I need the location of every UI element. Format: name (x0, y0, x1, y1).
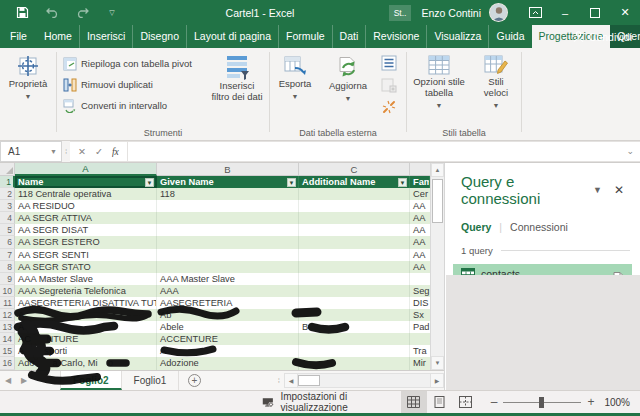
cell[interactable] (157, 249, 299, 261)
cell[interactable]: Tra (410, 345, 430, 357)
minimize-button[interactable]: – (550, 0, 580, 25)
scroll-up-icon[interactable]: ▲ (431, 163, 444, 177)
row-number[interactable]: 5 (0, 224, 15, 236)
insert-function-button[interactable]: fx (112, 147, 119, 157)
cell[interactable]: AA (410, 224, 430, 236)
cell[interactable]: AC NTURE (15, 333, 157, 345)
cell[interactable]: Mir (410, 357, 430, 369)
tab-file[interactable]: File (0, 25, 37, 48)
cell[interactable] (299, 224, 410, 236)
name-box[interactable]: A1 ▼ (0, 141, 62, 162)
user-avatar[interactable] (489, 3, 508, 22)
cell[interactable]: ACCENTURE (157, 333, 299, 345)
cell[interactable]: AA (410, 236, 430, 248)
filter-dropdown-icon[interactable]: ▼ (145, 178, 154, 187)
cancel-entry-icon[interactable]: ✕ (78, 146, 86, 157)
zoom-level[interactable]: 100% (604, 397, 630, 408)
tab-disegno[interactable]: Disegno (132, 25, 186, 48)
cell[interactable] (299, 345, 410, 357)
page-layout-view-button[interactable] (427, 391, 453, 413)
cell[interactable]: A (157, 345, 299, 357)
cell[interactable] (157, 261, 299, 273)
cell[interactable]: AAA Master Slave (157, 273, 299, 285)
unlink-icon[interactable] (381, 99, 397, 115)
share-button[interactable]: Condividi (573, 25, 632, 48)
confirm-entry-icon[interactable]: ✓ (95, 146, 103, 157)
properties-button[interactable]: Proprietà ▼ (0, 48, 56, 102)
panel-close-icon[interactable]: ✕ (608, 183, 630, 197)
cell[interactable]: AA (410, 249, 430, 261)
cell[interactable]: AA SEGR SENTI (15, 249, 157, 261)
cell[interactable] (157, 236, 299, 248)
cell[interactable] (299, 188, 410, 200)
cell[interactable]: A (15, 309, 157, 321)
tab-visualizza[interactable]: Visualizza (426, 25, 488, 48)
zoom-slider[interactable] (503, 402, 581, 403)
cell[interactable]: Ado a Carlo, Mi o (15, 357, 157, 369)
formula-bar-splitter[interactable]: ⁞ (62, 141, 70, 162)
cell[interactable]: AAA (157, 285, 299, 297)
row-number[interactable]: 1 (0, 176, 15, 188)
connection-properties-icon[interactable] (381, 55, 397, 71)
cell[interactable]: AA (410, 212, 430, 224)
scroll-right-icon[interactable]: ▶ (430, 374, 443, 387)
ribbon-display-options-icon[interactable] (520, 0, 550, 25)
cell[interactable]: AA SEGR ESTERO (15, 236, 157, 248)
page-break-preview-button[interactable] (453, 391, 479, 413)
sheet-tab-foglio1[interactable]: Foglio1 (122, 371, 180, 390)
zoom-in-button[interactable]: + (587, 395, 594, 409)
cell[interactable]: AA SEGR DISAT (15, 224, 157, 236)
row-number[interactable]: 14 (0, 333, 15, 345)
cell[interactable] (157, 200, 299, 212)
cell[interactable] (410, 333, 430, 345)
table-header-additional-name[interactable]: Additional Name▼ (299, 176, 410, 188)
filter-dropdown-icon[interactable]: ▼ (287, 178, 296, 187)
undo-icon[interactable] (44, 5, 60, 21)
row-number[interactable]: 12 (0, 309, 15, 321)
vertical-scrollbar-thumb[interactable] (432, 179, 443, 223)
zoom-slider-thumb[interactable] (539, 397, 544, 408)
row-number[interactable]: 11 (0, 297, 15, 309)
tab-dati[interactable]: Dati (332, 25, 366, 48)
row-number[interactable]: 6 (0, 236, 15, 248)
sheet-nav-right-icon[interactable]: ▶ (16, 371, 32, 390)
cell[interactable]: Abele (157, 321, 299, 333)
column-header-a[interactable]: A (15, 163, 157, 176)
table-header-name[interactable]: Name▼ (15, 176, 157, 188)
cell[interactable]: Sx (410, 309, 430, 321)
tab-revisione[interactable]: Revisione (365, 25, 426, 48)
open-file-properties-icon[interactable] (381, 77, 397, 93)
store-badge[interactable]: St.. (389, 5, 412, 21)
row-number[interactable]: 10 (0, 285, 15, 297)
formula-input[interactable]: ⌄ (128, 141, 640, 162)
cell[interactable]: AA (410, 200, 430, 212)
table-style-options-button[interactable]: Opzioni stile tabella ▼ (407, 48, 471, 111)
panel-tab-query[interactable]: Query (461, 221, 491, 233)
cell[interactable]: AA SEGR STATO (15, 261, 157, 273)
horizontal-scrollbar-thumb[interactable] (298, 375, 320, 386)
close-button[interactable]: ✕ (610, 0, 640, 25)
row-number[interactable]: 2 (0, 188, 15, 200)
panel-tab-connessioni[interactable]: Connessioni (510, 221, 568, 233)
quick-styles-button[interactable]: Stili veloci ▼ (473, 48, 519, 111)
zoom-out-button[interactable]: – (491, 395, 498, 409)
expand-formula-bar-icon[interactable]: ⌄ (626, 146, 634, 156)
tab-home[interactable]: Home (37, 25, 79, 48)
cell[interactable]: AA (410, 261, 430, 273)
cell[interactable]: Cer (410, 188, 430, 200)
cell[interactable] (299, 357, 410, 369)
row-number[interactable]: 4 (0, 212, 15, 224)
cell[interactable] (157, 224, 299, 236)
scroll-down-icon[interactable]: ▼ (431, 356, 444, 370)
tab-guida[interactable]: Guida (488, 25, 531, 48)
cell[interactable]: Adozione (157, 357, 299, 369)
cell[interactable]: Seg (410, 285, 430, 297)
cell[interactable] (299, 309, 410, 321)
cell[interactable]: 118 Centrale operativa (15, 188, 157, 200)
maximize-button[interactable] (580, 0, 610, 25)
cell[interactable]: A sporti (15, 345, 157, 357)
tab-layout[interactable]: Layout di pagina (186, 25, 278, 48)
save-icon[interactable] (14, 5, 30, 21)
redo-icon[interactable] (74, 5, 90, 21)
cell[interactable] (299, 236, 410, 248)
